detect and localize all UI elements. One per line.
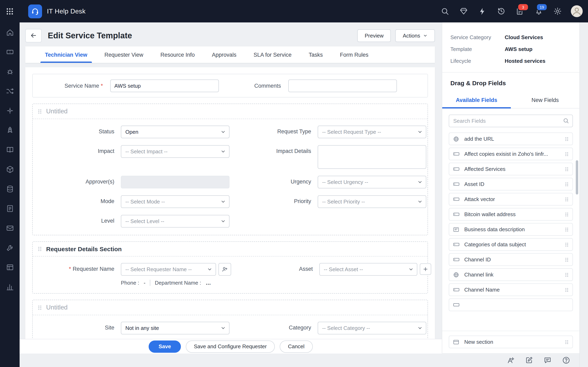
actions-button[interactable]: Actions (396, 29, 435, 42)
field-item[interactable]: Categories of data subject (449, 238, 573, 251)
level-label: Level (33, 215, 114, 224)
field-item[interactable]: Channel ID (449, 253, 573, 266)
gem-icon[interactable] (458, 6, 469, 17)
site-select[interactable]: Not in any site (121, 322, 229, 334)
service-name-input[interactable] (110, 79, 219, 92)
drag-handle-icon[interactable] (38, 246, 42, 252)
field-item-clipped[interactable] (449, 299, 573, 311)
requester-name-select[interactable]: -- Select Requester Name -- (121, 263, 216, 276)
cmdb-icon[interactable] (5, 184, 14, 193)
priority-select[interactable]: -- Select Priority -- (318, 195, 426, 208)
drag-handle-icon[interactable] (565, 136, 569, 142)
purchase-icon[interactable] (5, 204, 14, 213)
search-icon[interactable] (439, 6, 450, 17)
drag-handle-icon[interactable] (565, 181, 569, 187)
field-item[interactable]: Affect copies exisist in Zoho's Iinfr... (449, 148, 573, 160)
tab-requester-view[interactable]: Requester View (96, 47, 152, 63)
admin-icon[interactable] (5, 243, 14, 252)
phone-value: - (144, 280, 146, 286)
drag-handle-icon[interactable] (565, 196, 569, 202)
drag-handle-icon[interactable] (565, 287, 569, 292)
add-asset-button[interactable] (420, 263, 431, 275)
user-avatar[interactable] (571, 5, 583, 17)
add-requester-button[interactable] (218, 263, 231, 276)
drag-handle-icon[interactable] (565, 226, 569, 232)
drag-handle-icon[interactable] (565, 257, 569, 262)
drag-handle-icon[interactable] (38, 304, 42, 310)
impact-label: Impact (33, 145, 114, 154)
quick-actions-icon[interactable] (477, 6, 488, 17)
new-section-item[interactable]: New section (449, 336, 573, 348)
contracts-icon[interactable] (5, 224, 14, 233)
impact-details-textarea[interactable] (318, 145, 426, 169)
preview-button[interactable]: Preview (357, 29, 391, 42)
page-scrollbar-track[interactable] (579, 22, 588, 367)
tab-new-fields[interactable]: New Fields (511, 92, 579, 108)
field-item[interactable]: add the URL (449, 133, 573, 145)
drag-handle-icon[interactable] (565, 211, 569, 217)
drag-handle-icon[interactable] (565, 166, 569, 172)
required-marker: * (101, 83, 103, 89)
drag-handle-icon[interactable] (565, 151, 569, 157)
service-name-card: Service Name* Comments (32, 74, 428, 98)
save-and-configure-button[interactable]: Save and Configure Requester (186, 340, 275, 352)
help-icon[interactable] (562, 356, 571, 365)
level-select[interactable]: -- Select Level -- (121, 215, 229, 227)
asset-select[interactable]: -- Select Asset -- (319, 263, 417, 276)
globe-icon (453, 271, 461, 278)
status-select[interactable]: Open (121, 125, 229, 138)
field-item[interactable]: Business data description (449, 223, 573, 236)
assets-icon[interactable] (5, 165, 14, 174)
comment-icon[interactable] (543, 356, 552, 365)
field-item[interactable]: Attack vector (449, 193, 573, 206)
tab-approvals[interactable]: Approvals (203, 47, 245, 63)
tab-tasks[interactable]: Tasks (300, 47, 331, 63)
asset-label: Asset (231, 263, 313, 272)
app-grid-icon[interactable] (0, 8, 20, 15)
urgency-select[interactable]: -- Select Urgency -- (318, 176, 426, 188)
mode-select[interactable]: -- Select Mode -- (121, 195, 229, 208)
field-item[interactable]: Affected Services (449, 163, 573, 175)
tab-sla-for-service[interactable]: SLA for Service (245, 47, 300, 63)
changes-icon[interactable] (5, 86, 14, 95)
drag-handle-icon[interactable] (565, 242, 569, 247)
tasks-icon[interactable]: 3 (515, 6, 525, 17)
search-fields-input[interactable] (449, 115, 573, 127)
solutions-icon[interactable] (5, 145, 14, 154)
notifications-bell-icon[interactable]: 19 (533, 6, 544, 17)
department-value[interactable]: … (206, 280, 211, 286)
app-logo-headset-icon[interactable] (28, 4, 42, 18)
tab-technician-view[interactable]: Technician View (36, 47, 96, 63)
settings-gear-icon[interactable] (552, 6, 563, 17)
template-value: AWS setup (505, 46, 532, 52)
save-button[interactable]: Save (149, 340, 181, 352)
drag-handle-icon[interactable] (565, 272, 569, 277)
panel-scrollbar-thumb[interactable] (576, 160, 578, 194)
text-field-icon (453, 196, 461, 203)
back-button[interactable] (25, 29, 42, 42)
spaces-icon[interactable] (5, 263, 14, 272)
category-select[interactable]: -- Select Category -- (318, 322, 426, 334)
releases-icon[interactable] (5, 125, 14, 134)
field-item[interactable]: Asset ID (449, 178, 573, 191)
cancel-button[interactable]: Cancel (280, 340, 312, 352)
reports-icon[interactable] (5, 282, 14, 291)
compose-icon[interactable] (525, 356, 534, 365)
request-type-select[interactable]: -- Select Request Type -- (318, 125, 426, 138)
projects-icon[interactable] (5, 106, 14, 115)
tab-form-rules[interactable]: Form Rules (331, 47, 377, 63)
comments-input[interactable] (288, 79, 397, 92)
field-item[interactable]: Channel link (449, 268, 573, 281)
tab-resource-info[interactable]: Resource Info (152, 47, 203, 63)
translate-icon[interactable] (506, 356, 515, 365)
problems-icon[interactable] (5, 67, 14, 76)
field-item[interactable]: Bitcoin wallet address (449, 208, 573, 221)
impact-select[interactable]: -- Select Impact -- (121, 145, 229, 158)
drag-handle-icon[interactable] (38, 108, 42, 114)
tab-available-fields[interactable]: Available Fields (442, 92, 511, 108)
drag-handle-icon[interactable] (565, 339, 569, 345)
requests-icon[interactable] (5, 47, 14, 56)
home-icon[interactable] (5, 28, 14, 37)
field-item[interactable]: Channel Name (449, 284, 573, 296)
history-icon[interactable] (496, 6, 506, 17)
